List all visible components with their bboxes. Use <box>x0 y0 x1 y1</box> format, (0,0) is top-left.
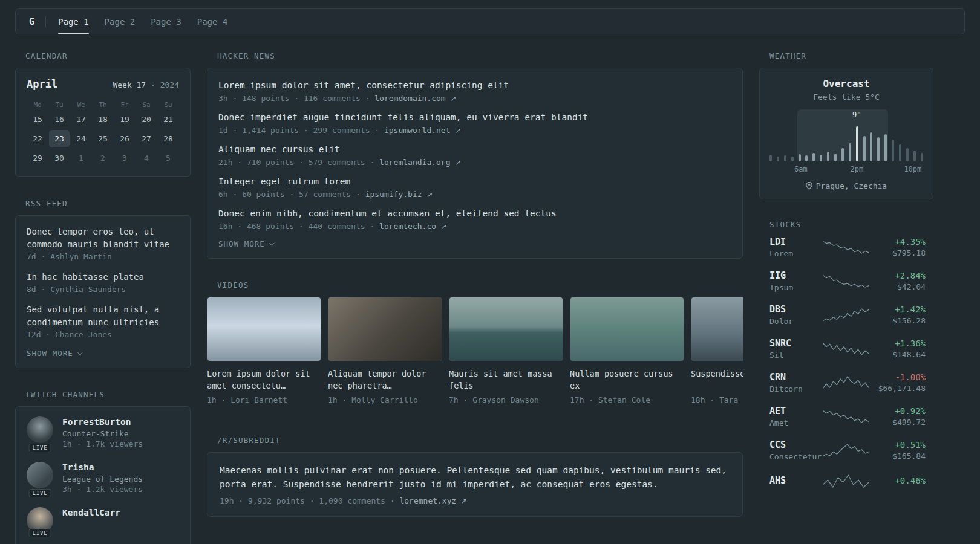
hackernews-card: Lorem ipsum dolor sit amet, consectetur … <box>207 68 743 259</box>
stock-values: +1.36% $148.64 <box>869 338 926 359</box>
stock-id: DBS Dolor <box>769 304 823 326</box>
reddit-widget-title: /R/SUBREDDIT <box>207 436 743 445</box>
stock-row[interactable]: CRN Bitcorn -1.00% $66,171.48 <box>769 372 924 393</box>
twitch-channel-row[interactable]: LIVE KendallCarr <box>27 507 179 534</box>
left-column: CALENDAR April Week 17 · 2024 MoTuWeThFr… <box>15 51 191 544</box>
rss-item[interactable]: Donec tempor eros leo, ut commodo mauris… <box>27 225 179 261</box>
stock-row[interactable]: LDI Lorem +4.35% $795.18 <box>769 236 924 258</box>
calendar-day: 16 <box>49 111 70 128</box>
stock-row[interactable]: SNRC Sit +1.36% $148.64 <box>769 338 924 360</box>
external-link-icon: ↗ <box>426 190 433 199</box>
calendar-day: 25 <box>93 130 113 147</box>
hackernews-domain-link[interactable]: loremlandia.org <box>379 158 450 167</box>
video-card[interactable]: Suspendisse diam 18h · Tara <box>691 297 743 404</box>
reddit-domain-link[interactable]: loremnet.xyz <box>399 496 456 505</box>
app-logo[interactable]: G <box>29 16 34 27</box>
hackernews-item-title: Integer eget rutrum lorem <box>218 175 731 188</box>
weather-time-label: 6am <box>794 165 808 173</box>
video-thumbnail <box>328 297 442 361</box>
stock-row[interactable]: AET Amet +0.92% $499.72 <box>769 406 924 427</box>
reddit-post-title[interactable]: Maecenas mollis pulvinar erat non posuer… <box>220 464 730 491</box>
hackernews-item[interactable]: Donec imperdiet augue tincidunt felis al… <box>218 111 731 135</box>
calendar-dow: Tu <box>55 99 63 111</box>
twitch-channel-info: ForrestBurton Counter-Strike 1h · 1.7k v… <box>62 416 143 448</box>
calendar-week-info: Week 17 · 2024 <box>113 80 179 89</box>
chevron-down-icon <box>77 350 82 355</box>
stock-name: Amet <box>769 418 823 427</box>
nav-tab[interactable]: Page 1 <box>58 9 89 34</box>
hackernews-item-meta: 3h · 148 points · 116 comments · loremdo… <box>218 94 731 103</box>
meta-text: 21h · 710 points · 579 comments · <box>218 158 374 167</box>
rss-widget: RSS FEED Donec tempor eros leo, ut commo… <box>15 199 191 368</box>
hackernews-domain-link[interactable]: ipsumworld.net <box>384 126 451 135</box>
weather-temp-label: 9° <box>852 111 861 119</box>
stock-change: +1.36% <box>869 338 926 348</box>
twitch-channel-name: Trisha <box>62 462 143 473</box>
video-title: Aliquam tempor dolor nec pharetra… <box>328 368 442 392</box>
stock-values: +4.35% $795.18 <box>869 237 926 257</box>
nav-tab[interactable]: Page 4 <box>197 9 228 34</box>
rss-show-more-button[interactable]: SHOW MORE <box>27 349 179 358</box>
stock-row[interactable]: DBS Dolor +1.42% $156.28 <box>769 304 924 326</box>
hackernews-domain-link[interactable]: loremtech.co <box>379 222 436 231</box>
twitch-channel-row[interactable]: LIVE Trisha League of Legends 3h · 1.2k … <box>27 462 179 494</box>
hackernews-item-title: Donec enim nibh, condimentum et accumsan… <box>218 207 731 220</box>
stock-row[interactable]: IIG Ipsum +2.84% $42.04 <box>769 270 924 292</box>
video-card[interactable]: Nullam posuere cursus ex 17h · Stefan Co… <box>570 297 684 404</box>
calendar-day: 20 <box>136 111 157 128</box>
rss-item-title: Donec tempor eros leo, ut commodo mauris… <box>27 225 179 251</box>
video-card[interactable]: Mauris sit amet massa felis 7h · Grayson… <box>449 297 563 404</box>
hackernews-item[interactable]: Aliquam nec cursus elit 21h · 710 points… <box>218 143 731 167</box>
stock-name: Ipsum <box>769 283 823 292</box>
weather-location: Prague, Czechia <box>769 181 923 190</box>
video-meta: 18h · Tara <box>691 395 743 404</box>
hackernews-item-meta: 21h · 710 points · 579 comments · loreml… <box>218 158 731 167</box>
weather-card: Overcast Feels like 5°C 9° 6am2pm10pm Pr… <box>759 68 933 199</box>
weather-bars <box>769 123 923 161</box>
external-link-icon: ↗ <box>451 94 457 103</box>
twitch-channel-info: KendallCarr <box>62 507 120 534</box>
stock-symbol: CRN <box>769 372 823 383</box>
show-more-label: SHOW MORE <box>27 349 73 358</box>
rss-item[interactable]: In hac habitasse platea 8d · Cynthia Sau… <box>27 271 179 294</box>
stock-price: $795.18 <box>869 248 926 257</box>
weather-widget-title: WEATHER <box>759 51 933 60</box>
stocks-widget-title: STOCKS <box>759 220 933 229</box>
twitch-game: League of Legends <box>62 474 143 484</box>
live-badge: LIVE <box>29 444 51 452</box>
meta-text: 19h · 9,932 points · 1,090 comments · <box>220 496 395 505</box>
calendar-day: 1 <box>71 149 91 167</box>
meta-text: 1d · 1,414 points · 299 comments · <box>218 126 379 135</box>
stock-row[interactable]: AHS +0.46% <box>769 473 924 489</box>
hackernews-item[interactable]: Integer eget rutrum lorem 6h · 60 points… <box>218 175 731 199</box>
stock-row[interactable]: CCS Consectetur +0.51% $165.84 <box>769 439 924 461</box>
hackernews-item[interactable]: Donec enim nibh, condimentum et accumsan… <box>218 207 731 231</box>
stock-symbol: LDI <box>769 236 823 247</box>
video-meta: 7h · Grayson Dawson <box>449 395 563 404</box>
stock-id: SNRC Sit <box>769 338 823 360</box>
stock-symbol: IIG <box>769 270 823 281</box>
stock-sparkline <box>823 307 869 323</box>
hackernews-show-more-button[interactable]: SHOW MORE <box>218 239 731 248</box>
twitch-widget-title: TWITCH CHANNELS <box>15 390 191 399</box>
rss-list: Donec tempor eros leo, ut commodo mauris… <box>27 225 179 339</box>
twitch-viewers: 1h · 1.7k viewers <box>62 439 143 448</box>
rss-item[interactable]: Sed volutpat nulla nisl, a condimentum n… <box>27 303 179 339</box>
nav-tab[interactable]: Page 2 <box>105 9 136 34</box>
twitch-card: LIVE ForrestBurton Counter-Strike 1h · 1… <box>15 406 191 544</box>
hackernews-widget-title: HACKER NEWS <box>207 51 743 60</box>
stock-change: +0.51% <box>869 440 926 450</box>
hackernews-domain-link[interactable]: ipsumify.biz <box>365 190 422 199</box>
hackernews-domain-link[interactable]: loremdomain.com <box>374 94 445 103</box>
video-card[interactable]: Aliquam tempor dolor nec pharetra… 1h · … <box>328 297 442 404</box>
twitch-channel-row[interactable]: LIVE ForrestBurton Counter-Strike 1h · 1… <box>27 416 179 448</box>
hackernews-item[interactable]: Lorem ipsum dolor sit amet, consectetur … <box>218 79 731 103</box>
rss-item-meta: 8d · Cynthia Saunders <box>27 285 179 294</box>
calendar-dow: Mo <box>33 99 41 111</box>
weather-location-text: Prague, Czechia <box>816 181 887 190</box>
video-card[interactable]: Lorem ipsum dolor sit amet consectetu… 1… <box>207 297 321 404</box>
nav-tab[interactable]: Page 3 <box>151 9 181 34</box>
calendar-dow: Su <box>164 99 172 111</box>
stock-values: +0.46% <box>869 476 926 487</box>
video-title: Lorem ipsum dolor sit amet consectetu… <box>207 368 321 392</box>
